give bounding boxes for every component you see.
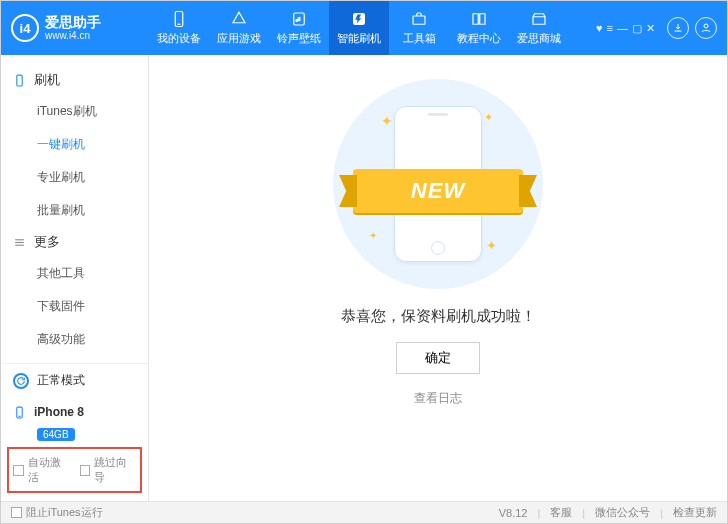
sidebar-item-batch-flash[interactable]: 批量刷机 xyxy=(1,194,148,227)
sparkle-icon: ✦ xyxy=(486,238,497,253)
toolbox-icon xyxy=(410,10,428,28)
skip-guide-checkbox[interactable]: 跳过向导 xyxy=(80,455,137,485)
window-controls: ♥ ≡ — ▢ ✕ xyxy=(596,22,655,35)
checkbox-label: 自动激活 xyxy=(28,455,70,485)
sparkle-icon: ✦ xyxy=(484,111,493,124)
refresh-icon xyxy=(13,373,29,389)
block-itunes-checkbox[interactable]: 阻止iTunes运行 xyxy=(11,505,103,520)
tab-tutorials[interactable]: 教程中心 xyxy=(449,1,509,55)
sparkle-icon: ✦ xyxy=(381,113,393,129)
tab-smart-flash[interactable]: 智能刷机 xyxy=(329,1,389,55)
sidebar-cat-flash: 刷机 xyxy=(1,65,148,95)
brand-logo-icon: i4 xyxy=(11,14,39,42)
sidebar-item-itunes-flash[interactable]: iTunes刷机 xyxy=(1,95,148,128)
tab-shop[interactable]: 爱思商城 xyxy=(509,1,569,55)
maximize-icon[interactable]: ▢ xyxy=(632,22,642,35)
separator: | xyxy=(537,507,540,519)
sidebar-cat-more: 更多 xyxy=(1,227,148,257)
device-name: iPhone 8 xyxy=(34,405,84,419)
status-bar: 阻止iTunes运行 V8.12 | 客服 | 微信公众号 | 检查更新 xyxy=(1,501,727,523)
svg-point-5 xyxy=(704,24,708,28)
support-link[interactable]: 客服 xyxy=(550,505,572,520)
auto-activate-checkbox[interactable]: 自动激活 xyxy=(13,455,70,485)
tab-label: 爱思商城 xyxy=(517,31,561,46)
checkbox-icon xyxy=(11,507,22,518)
device-info[interactable]: iPhone 8 xyxy=(1,397,148,427)
minimize-icon[interactable]: — xyxy=(617,22,628,35)
wechat-link[interactable]: 微信公众号 xyxy=(595,505,650,520)
tab-label: 教程中心 xyxy=(457,31,501,46)
tab-label: 工具箱 xyxy=(403,31,436,46)
brand: i4 爱思助手 www.i4.cn xyxy=(1,14,149,42)
sidebar-cat-label: 刷机 xyxy=(34,71,60,89)
view-log-link[interactable]: 查看日志 xyxy=(414,390,462,407)
sidebar-item-pro-flash[interactable]: 专业刷机 xyxy=(1,161,148,194)
storage-badge: 64GB xyxy=(37,428,75,441)
success-message: 恭喜您，保资料刷机成功啦！ xyxy=(341,307,536,326)
user-icon xyxy=(700,22,712,34)
tab-label: 应用游戏 xyxy=(217,31,261,46)
music-icon xyxy=(290,10,308,28)
svg-rect-4 xyxy=(413,16,425,24)
shop-icon xyxy=(530,10,548,28)
body: 刷机 iTunes刷机 一键刷机 专业刷机 批量刷机 更多 其他工具 下载固件 … xyxy=(1,55,727,501)
checkbox-label: 阻止iTunes运行 xyxy=(26,505,103,520)
checkbox-icon xyxy=(80,465,91,476)
mode-label: 正常模式 xyxy=(37,372,85,389)
tab-my-device[interactable]: 我的设备 xyxy=(149,1,209,55)
success-illustration: NEW ✦ ✦ ✦ ✦ xyxy=(333,79,543,289)
tab-ringtones-wallpapers[interactable]: 铃声壁纸 xyxy=(269,1,329,55)
sidebar-cat-label: 更多 xyxy=(34,233,60,251)
download-icon xyxy=(672,22,684,34)
tab-label: 智能刷机 xyxy=(337,31,381,46)
tab-apps-games[interactable]: 应用游戏 xyxy=(209,1,269,55)
list-icon xyxy=(13,236,26,249)
new-ribbon: NEW xyxy=(353,169,523,213)
account-button[interactable] xyxy=(695,17,717,39)
flash-icon xyxy=(350,10,368,28)
brand-url: www.i4.cn xyxy=(45,30,101,41)
book-icon xyxy=(470,10,488,28)
phone-icon xyxy=(170,10,188,28)
tab-toolbox[interactable]: 工具箱 xyxy=(389,1,449,55)
check-update-link[interactable]: 检查更新 xyxy=(673,505,717,520)
close-icon[interactable]: ✕ xyxy=(646,22,655,35)
svg-rect-6 xyxy=(17,75,22,86)
checkbox-label: 跳过向导 xyxy=(94,455,136,485)
sidebar-item-download-firmware[interactable]: 下载固件 xyxy=(1,290,148,323)
version-label: V8.12 xyxy=(499,507,528,519)
checkbox-icon xyxy=(13,465,24,476)
sidebar-item-advanced[interactable]: 高级功能 xyxy=(1,323,148,356)
top-tabs: 我的设备 应用游戏 铃声壁纸 智能刷机 工具箱 教程中心 爱思商城 xyxy=(149,1,596,55)
separator: | xyxy=(660,507,663,519)
brand-title: 爱思助手 xyxy=(45,15,101,30)
sidebar-bottom: 正常模式 iPhone 8 64GB 自动激活 跳过向导 xyxy=(1,363,148,501)
flash-options: 自动激活 跳过向导 xyxy=(7,447,142,493)
sidebar-item-other-tools[interactable]: 其他工具 xyxy=(1,257,148,290)
sidebar: 刷机 iTunes刷机 一键刷机 专业刷机 批量刷机 更多 其他工具 下载固件 … xyxy=(1,55,149,501)
ok-button[interactable]: 确定 xyxy=(396,342,480,374)
sparkle-icon: ✦ xyxy=(369,230,377,241)
title-bar: i4 爱思助手 www.i4.cn 我的设备 应用游戏 铃声壁纸 智能刷机 工具… xyxy=(1,1,727,55)
phone-icon xyxy=(13,406,26,419)
menu-icon[interactable]: ♥ xyxy=(596,22,603,35)
sidebar-item-oneclick-flash[interactable]: 一键刷机 xyxy=(1,128,148,161)
phone-icon xyxy=(13,74,26,87)
tab-label: 铃声壁纸 xyxy=(277,31,321,46)
device-mode[interactable]: 正常模式 xyxy=(1,364,148,397)
separator: | xyxy=(582,507,585,519)
main-content: NEW ✦ ✦ ✦ ✦ 恭喜您，保资料刷机成功啦！ 确定 查看日志 xyxy=(149,55,727,501)
download-button[interactable] xyxy=(667,17,689,39)
tab-label: 我的设备 xyxy=(157,31,201,46)
apps-icon xyxy=(230,10,248,28)
settings-icon[interactable]: ≡ xyxy=(607,22,613,35)
footer-right: V8.12 | 客服 | 微信公众号 | 检查更新 xyxy=(499,505,717,520)
header-right: ♥ ≡ — ▢ ✕ xyxy=(596,17,727,39)
